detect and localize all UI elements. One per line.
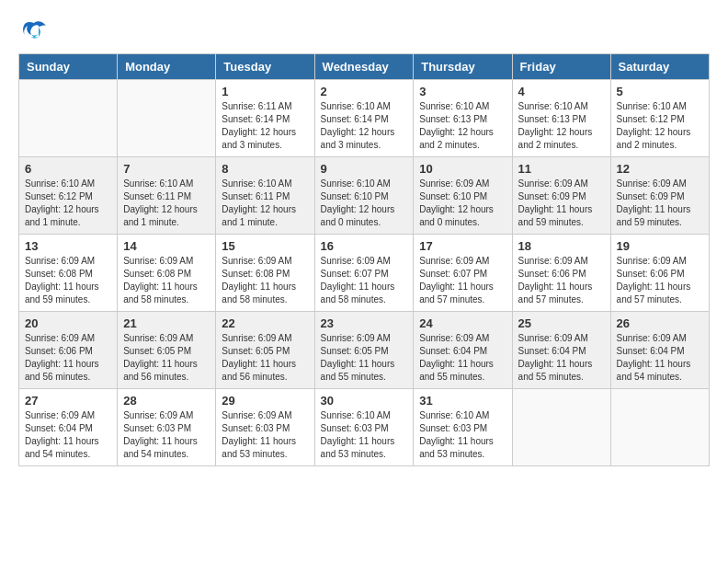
calendar-cell: 25Sunrise: 6:09 AM Sunset: 6:04 PM Dayli… <box>512 312 610 389</box>
day-detail: Sunrise: 6:10 AM Sunset: 6:14 PM Dayligh… <box>321 100 408 152</box>
day-number: 3 <box>419 85 506 98</box>
day-detail: Sunrise: 6:09 AM Sunset: 6:03 PM Dayligh… <box>222 409 308 461</box>
calendar-table: SundayMondayTuesdayWednesdayThursdayFrid… <box>18 53 710 466</box>
day-number: 27 <box>25 394 111 408</box>
calendar-cell: 14Sunrise: 6:09 AM Sunset: 6:08 PM Dayli… <box>118 235 216 312</box>
day-number: 2 <box>321 85 408 98</box>
day-number: 11 <box>518 162 605 176</box>
weekday-header-monday: Monday <box>118 54 216 80</box>
day-number: 28 <box>123 394 210 408</box>
day-number: 24 <box>419 316 506 330</box>
day-number: 17 <box>419 239 506 253</box>
day-number: 29 <box>222 394 308 408</box>
day-number: 19 <box>617 239 703 253</box>
day-number: 23 <box>321 316 408 330</box>
day-detail: Sunrise: 6:09 AM Sunset: 6:08 PM Dayligh… <box>123 255 210 306</box>
calendar-cell: 27Sunrise: 6:09 AM Sunset: 6:04 PM Dayli… <box>19 389 118 466</box>
day-detail: Sunrise: 6:10 AM Sunset: 6:11 PM Dayligh… <box>222 178 308 229</box>
day-detail: Sunrise: 6:09 AM Sunset: 6:06 PM Dayligh… <box>518 255 605 306</box>
day-detail: Sunrise: 6:10 AM Sunset: 6:10 PM Dayligh… <box>321 178 408 229</box>
calendar-cell: 22Sunrise: 6:09 AM Sunset: 6:05 PM Dayli… <box>216 312 314 389</box>
weekday-header-wednesday: Wednesday <box>314 54 414 80</box>
day-detail: Sunrise: 6:09 AM Sunset: 6:08 PM Dayligh… <box>222 255 308 306</box>
day-number: 8 <box>222 162 308 176</box>
day-number: 10 <box>419 162 506 176</box>
logo-bird-icon <box>20 18 48 44</box>
day-detail: Sunrise: 6:11 AM Sunset: 6:14 PM Dayligh… <box>222 100 308 152</box>
weekday-header-tuesday: Tuesday <box>216 54 314 80</box>
calendar-cell <box>19 80 118 157</box>
calendar-week-row: 6Sunrise: 6:10 AM Sunset: 6:12 PM Daylig… <box>19 157 710 235</box>
calendar-week-row: 27Sunrise: 6:09 AM Sunset: 6:04 PM Dayli… <box>19 389 710 466</box>
day-number: 1 <box>222 85 308 98</box>
calendar-cell: 4Sunrise: 6:10 AM Sunset: 6:13 PM Daylig… <box>512 80 610 157</box>
calendar-cell: 20Sunrise: 6:09 AM Sunset: 6:06 PM Dayli… <box>19 312 118 389</box>
day-detail: Sunrise: 6:09 AM Sunset: 6:10 PM Dayligh… <box>419 178 506 229</box>
day-detail: Sunrise: 6:09 AM Sunset: 6:06 PM Dayligh… <box>617 255 703 306</box>
calendar-cell: 1Sunrise: 6:11 AM Sunset: 6:14 PM Daylig… <box>216 80 314 157</box>
weekday-header-sunday: Sunday <box>19 54 118 80</box>
day-number: 16 <box>321 239 408 253</box>
calendar-cell: 23Sunrise: 6:09 AM Sunset: 6:05 PM Dayli… <box>314 312 414 389</box>
day-number: 13 <box>25 239 111 253</box>
calendar-cell <box>118 80 216 157</box>
day-detail: Sunrise: 6:10 AM Sunset: 6:13 PM Dayligh… <box>518 100 605 152</box>
day-detail: Sunrise: 6:09 AM Sunset: 6:04 PM Dayligh… <box>518 332 605 384</box>
day-number: 12 <box>617 162 703 176</box>
calendar-cell: 3Sunrise: 6:10 AM Sunset: 6:13 PM Daylig… <box>414 80 512 157</box>
calendar-cell: 26Sunrise: 6:09 AM Sunset: 6:04 PM Dayli… <box>610 312 709 389</box>
day-number: 9 <box>321 162 408 176</box>
weekday-header-thursday: Thursday <box>414 54 512 80</box>
calendar-cell: 11Sunrise: 6:09 AM Sunset: 6:09 PM Dayli… <box>512 157 610 235</box>
day-number: 5 <box>617 85 703 98</box>
day-detail: Sunrise: 6:10 AM Sunset: 6:03 PM Dayligh… <box>321 409 408 461</box>
day-number: 15 <box>222 239 308 253</box>
weekday-header-saturday: Saturday <box>610 54 709 80</box>
header <box>18 18 710 44</box>
calendar-cell: 29Sunrise: 6:09 AM Sunset: 6:03 PM Dayli… <box>216 389 314 466</box>
calendar-cell: 5Sunrise: 6:10 AM Sunset: 6:12 PM Daylig… <box>610 80 709 157</box>
calendar-cell: 30Sunrise: 6:10 AM Sunset: 6:03 PM Dayli… <box>314 389 414 466</box>
day-number: 22 <box>222 316 308 330</box>
day-number: 31 <box>419 394 506 408</box>
day-detail: Sunrise: 6:09 AM Sunset: 6:04 PM Dayligh… <box>419 332 506 384</box>
calendar-cell: 15Sunrise: 6:09 AM Sunset: 6:08 PM Dayli… <box>216 235 314 312</box>
calendar-cell: 8Sunrise: 6:10 AM Sunset: 6:11 PM Daylig… <box>216 157 314 235</box>
day-number: 4 <box>518 85 605 98</box>
day-detail: Sunrise: 6:09 AM Sunset: 6:09 PM Dayligh… <box>518 178 605 229</box>
calendar-cell: 24Sunrise: 6:09 AM Sunset: 6:04 PM Dayli… <box>414 312 512 389</box>
day-number: 14 <box>123 239 210 253</box>
weekday-header-friday: Friday <box>512 54 610 80</box>
logo <box>18 18 48 44</box>
day-detail: Sunrise: 6:09 AM Sunset: 6:09 PM Dayligh… <box>617 178 703 229</box>
day-detail: Sunrise: 6:10 AM Sunset: 6:11 PM Dayligh… <box>123 178 210 229</box>
calendar-cell: 19Sunrise: 6:09 AM Sunset: 6:06 PM Dayli… <box>610 235 709 312</box>
day-detail: Sunrise: 6:09 AM Sunset: 6:05 PM Dayligh… <box>123 332 210 384</box>
calendar-cell: 16Sunrise: 6:09 AM Sunset: 6:07 PM Dayli… <box>314 235 414 312</box>
calendar-cell: 17Sunrise: 6:09 AM Sunset: 6:07 PM Dayli… <box>414 235 512 312</box>
day-detail: Sunrise: 6:09 AM Sunset: 6:07 PM Dayligh… <box>321 255 408 306</box>
calendar-cell: 10Sunrise: 6:09 AM Sunset: 6:10 PM Dayli… <box>414 157 512 235</box>
day-number: 18 <box>518 239 605 253</box>
calendar-cell: 13Sunrise: 6:09 AM Sunset: 6:08 PM Dayli… <box>19 235 118 312</box>
day-detail: Sunrise: 6:09 AM Sunset: 6:08 PM Dayligh… <box>25 255 111 306</box>
calendar-cell: 6Sunrise: 6:10 AM Sunset: 6:12 PM Daylig… <box>19 157 118 235</box>
day-number: 7 <box>123 162 210 176</box>
calendar-cell <box>512 389 610 466</box>
day-detail: Sunrise: 6:09 AM Sunset: 6:05 PM Dayligh… <box>321 332 408 384</box>
day-number: 20 <box>25 316 111 330</box>
day-number: 26 <box>617 316 703 330</box>
day-detail: Sunrise: 6:10 AM Sunset: 6:03 PM Dayligh… <box>419 409 506 461</box>
calendar-cell <box>610 389 709 466</box>
day-detail: Sunrise: 6:09 AM Sunset: 6:03 PM Dayligh… <box>123 409 210 461</box>
day-number: 25 <box>518 316 605 330</box>
day-detail: Sunrise: 6:10 AM Sunset: 6:13 PM Dayligh… <box>419 100 506 152</box>
calendar-cell: 28Sunrise: 6:09 AM Sunset: 6:03 PM Dayli… <box>118 389 216 466</box>
day-detail: Sunrise: 6:10 AM Sunset: 6:12 PM Dayligh… <box>617 100 703 152</box>
weekday-header-row: SundayMondayTuesdayWednesdayThursdayFrid… <box>19 54 710 80</box>
day-number: 6 <box>25 162 111 176</box>
day-detail: Sunrise: 6:09 AM Sunset: 6:04 PM Dayligh… <box>617 332 703 384</box>
calendar-cell: 9Sunrise: 6:10 AM Sunset: 6:10 PM Daylig… <box>314 157 414 235</box>
calendar-cell: 12Sunrise: 6:09 AM Sunset: 6:09 PM Dayli… <box>610 157 709 235</box>
calendar-week-row: 1Sunrise: 6:11 AM Sunset: 6:14 PM Daylig… <box>19 80 710 157</box>
